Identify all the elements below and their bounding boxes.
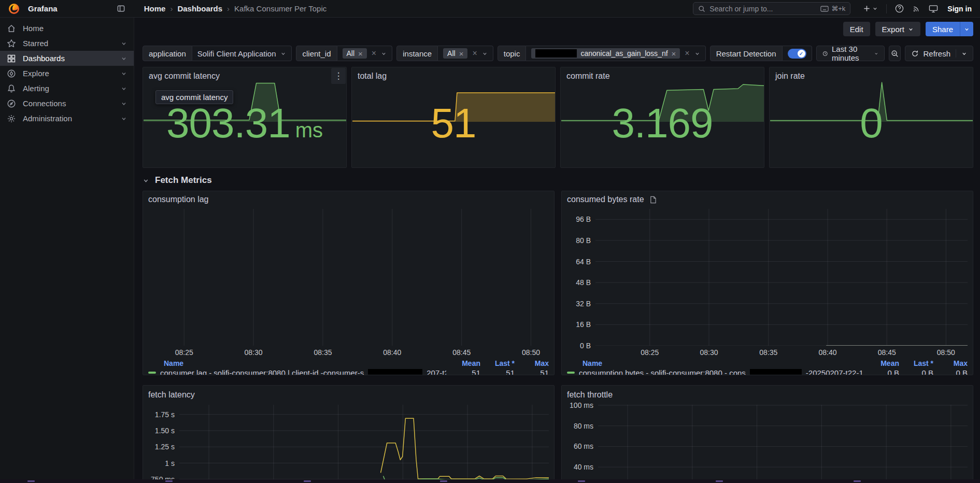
chevron-down-icon[interactable] [961,51,967,56]
sidebar-item-home[interactable]: Home [0,21,134,36]
breadcrumb-home[interactable]: Home [144,4,166,13]
legend-series-row[interactable]: consumption bytes - solifi-consumer:8080… [567,368,968,375]
legend-header-name[interactable]: Name [567,359,865,367]
divider [956,49,956,58]
filter-value-pill[interactable]: All× [443,48,467,59]
sidebar-item-starred[interactable]: Starred [0,36,134,51]
remove-value-icon[interactable]: × [459,50,464,58]
section-fetch-metrics[interactable]: Fetch Metrics [143,175,973,186]
restart-detection-toggle[interactable]: ✓ [788,49,806,59]
sidebar-item-label: Connections [23,99,66,108]
consumed-bytes-rate-chart: 96 B80 B64 B48 B32 B16 B0 B 08:2508:3008… [567,209,968,357]
toggle-check-icon: ✓ [798,50,805,58]
refresh-icon [911,50,919,58]
plot-area[interactable] [179,405,549,482]
application-select[interactable]: Solifi Client Application [192,46,292,61]
clear-filter-icon[interactable]: × [372,49,376,58]
grafana-app: Grafana Home › Dashboards › Kafka Consum… [0,0,980,483]
restart-detection-control: Restart Detection ✓ [710,46,812,61]
chevron-down-icon[interactable] [121,116,127,122]
panel-title: fetch latency [148,390,195,400]
filter-instance: instance All× × [396,46,493,61]
legend-header-last[interactable]: Last * [480,359,515,367]
zoom-out-button[interactable] [889,46,901,61]
panel-consumed-bytes-rate[interactable]: consumed bytes rate 96 B80 B64 B48 B32 B… [561,191,973,375]
share-button[interactable]: Share [926,22,960,36]
filter-application: application Solifi Client Application [143,46,292,61]
dashboard-main: Edit Export Share application Solifi Cli… [134,18,980,483]
grafana-logo-icon[interactable] [8,3,20,15]
chevron-down-icon[interactable] [121,86,127,92]
legend: Name Mean Last * Max consumption bytes -… [567,359,968,375]
panel-fetch-latency[interactable]: fetch latency 1.75 s1.50 s1.25 s1 s750 m… [143,385,555,483]
stat-panel-commit-rate[interactable]: commit rate 3.169 [560,67,764,168]
search-icon [698,5,705,12]
plot-area[interactable] [595,209,968,346]
add-new-button[interactable] [863,5,878,12]
legend-header-last[interactable]: Last * [899,359,933,367]
page-actions: Edit Export Share [143,18,973,36]
filter-label: application [143,46,192,61]
help-icon[interactable] [895,4,904,13]
sidebar-item-dashboards[interactable]: Dashboards [0,51,134,66]
series-color-swatch [148,372,156,374]
chevron-down-icon[interactable] [121,70,127,77]
stat-panel-join-rate[interactable]: join rate 0 [769,67,973,168]
legend-header-mean[interactable]: Mean [446,359,480,367]
edit-button[interactable]: Edit [843,22,870,36]
home-icon [7,24,16,33]
legend-header-max[interactable]: Max [933,359,968,367]
sidebar-item-administration[interactable]: Administration [0,111,134,126]
panel-link-icon[interactable] [649,196,657,204]
clear-filter-icon[interactable]: × [685,49,689,58]
clear-filter-icon[interactable]: × [472,49,477,58]
share-menu-button[interactable] [960,22,973,36]
redacted-text-block [535,49,577,58]
stat-unit: ms [295,119,323,142]
panel-title: consumed bytes rate [567,195,644,204]
refresh-button[interactable]: Refresh [905,46,973,61]
remove-value-icon[interactable]: × [672,50,676,58]
legend-header-max[interactable]: Max [515,359,549,367]
sidebar-item-label: Starred [23,39,48,48]
panel-fetch-throttle[interactable]: fetch throttle 100 ms80 ms60 ms40 ms [561,385,973,483]
time-range-picker[interactable]: Last 30 minutes [816,46,885,61]
chevron-down-icon[interactable] [121,55,127,62]
breadcrumb-dashboards[interactable]: Dashboards [177,4,222,13]
charts-row-1: consumption lag 08:2508:3008:3508:4008:4… [143,191,973,375]
chevron-down-icon[interactable] [121,101,127,107]
plot-area[interactable] [152,209,549,346]
news-rss-icon[interactable] [912,5,920,13]
export-button[interactable]: Export [875,22,920,36]
taskbar-sliver [0,479,980,483]
panel-title: fetch throttle [567,390,613,400]
x-axis-labels: 08:2508:3008:3508:4008:4508:50 [152,346,549,357]
restart-detection-toggle-wrap: ✓ [783,46,812,61]
plot-area[interactable] [598,405,968,482]
legend-series-row[interactable]: consumer lag - solifi-consumer:8080 | cl… [148,368,549,375]
filter-value-pill[interactable]: All× [343,48,367,59]
remove-value-icon[interactable]: × [358,50,363,58]
consumption-lag-chart: 08:2508:3008:3508:4008:4508:50 [148,209,549,357]
sidebar-item-alerting[interactable]: Alerting [0,81,134,96]
chevron-down-icon[interactable] [121,40,127,47]
client-id-select[interactable]: All× × [337,46,393,61]
breadcrumb-current: Kafka Consumer Per Topic [234,4,326,13]
legend-header-name[interactable]: Name [148,359,446,367]
sign-in-button[interactable]: Sign in [947,5,972,13]
sidebar-item-explore[interactable]: Explore [0,66,134,81]
topic-select[interactable]: canonical_as_gain_loss_nf × × [526,46,705,61]
sidebar-toggle-icon[interactable] [117,4,125,13]
legend-header-mean[interactable]: Mean [865,359,899,367]
apps-icon [7,54,16,63]
sidebar-item-connections[interactable]: Connections [0,96,134,111]
search-input[interactable]: Search or jump to... ⌘+k [693,2,850,15]
stat-panel-total-lag[interactable]: total lag 51 [351,67,556,168]
filter-bar: application Solifi Client Application cl… [143,46,973,61]
instance-select[interactable]: All× × [438,46,493,61]
monitor-icon[interactable] [929,5,938,13]
panel-menu-icon[interactable]: ⋮ [331,68,346,84]
stat-panel-avg-commit-latency[interactable]: avg commit latency ⋮ avg commit latency … [143,67,347,168]
filter-value-pill[interactable]: canonical_as_gain_loss_nf × [531,48,680,59]
panel-consumption-lag[interactable]: consumption lag 08:2508:3008:3508:4008:4… [143,191,555,375]
